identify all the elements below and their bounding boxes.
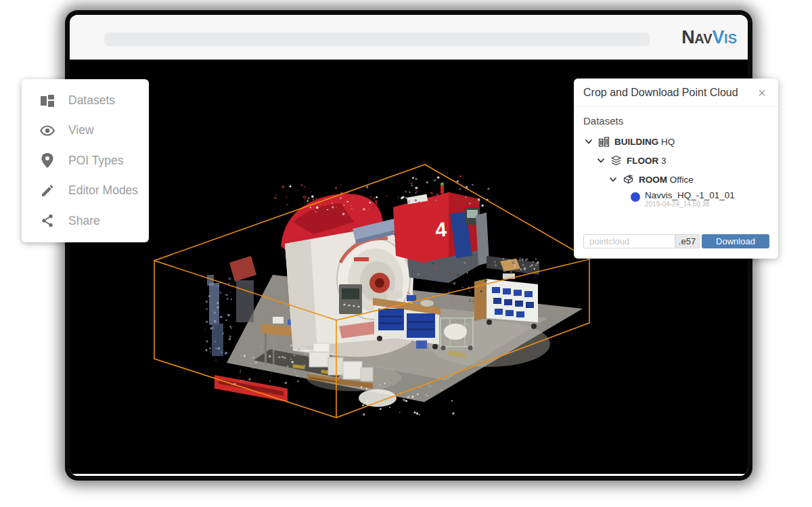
sidebar-item-label: Datasets: [68, 93, 115, 108]
close-icon[interactable]: ×: [754, 85, 770, 101]
room-icon: [623, 174, 634, 185]
share-icon: [40, 213, 55, 228]
eye-icon: [40, 123, 55, 138]
dataset-timestamp: 2019-04-24_14.50.38: [645, 200, 735, 208]
screenshot-stage: NAVVIS: [0, 0, 812, 507]
chevron-down-icon[interactable]: [597, 156, 605, 164]
main-menu-panel: Datasets View POI Types: [22, 79, 149, 242]
logo-part: N: [681, 27, 694, 47]
browser-chrome: NAVVIS: [70, 15, 748, 60]
sidebar-item-editor-modes[interactable]: Editor Modes: [22, 176, 149, 206]
logo-part: V: [713, 27, 725, 47]
download-button[interactable]: Download: [702, 234, 769, 248]
sidebar-item-share[interactable]: Share: [22, 206, 149, 236]
panel-body: Datasets BUILDING HQ: [574, 107, 778, 208]
tree-row-dataset[interactable]: Navvis_HQ_-1_01_01 2019-04-24_14.50.38: [583, 190, 769, 208]
panel-header: Crop and Download Point Cloud ×: [574, 79, 778, 107]
tree-row-label: FLOOR 3: [627, 156, 667, 166]
sidebar-item-view[interactable]: View: [22, 116, 149, 146]
machine-number-label: 4: [434, 218, 447, 241]
tree-row-label: BUILDING HQ: [614, 137, 675, 147]
pencil-icon: [40, 183, 55, 198]
tree-row-room[interactable]: ROOM Office: [583, 170, 769, 189]
logo-part: IS: [724, 31, 737, 46]
file-extension-select[interactable]: .e57: [675, 234, 700, 248]
chevron-down-icon[interactable]: [609, 175, 617, 183]
sidebar-item-datasets[interactable]: Datasets: [22, 85, 149, 116]
chevron-down-icon[interactable]: [585, 137, 593, 146]
sidebar-item-label: View: [68, 123, 94, 137]
logo-part: AV: [694, 31, 712, 46]
dataset-name: Navvis_HQ_-1_01_01: [645, 190, 735, 200]
window-bottom-edge: [70, 474, 748, 476]
datasets-section-label: Datasets: [583, 115, 769, 127]
tree-row-floor[interactable]: FLOOR 3: [583, 151, 769, 170]
dashboard-icon: [40, 93, 55, 108]
navvis-logo: NAVVIS: [681, 27, 737, 47]
panel-title: Crop and Download Point Cloud: [583, 87, 738, 99]
dataset-dot-icon: [631, 192, 640, 202]
download-row: .e57 Download: [583, 234, 769, 248]
tree-row-label: ROOM Office: [639, 175, 694, 185]
dataset-info: Navvis_HQ_-1_01_01 2019-04-24_14.50.38: [645, 190, 735, 208]
sidebar-item-label: Editor Modes: [68, 183, 138, 198]
address-bar[interactable]: [104, 32, 650, 46]
tree-row-building[interactable]: BUILDING HQ: [583, 132, 769, 151]
sidebar-item-label: Share: [68, 214, 100, 228]
crop-download-panel: Crop and Download Point Cloud × Datasets: [574, 79, 778, 259]
sidebar-item-poi-types[interactable]: POI Types: [22, 146, 149, 176]
sidebar-item-label: POI Types: [68, 154, 123, 168]
filename-input[interactable]: [583, 234, 675, 248]
floor-icon: [610, 155, 622, 167]
building-icon: [598, 136, 610, 148]
map-pin-icon: [40, 153, 55, 168]
